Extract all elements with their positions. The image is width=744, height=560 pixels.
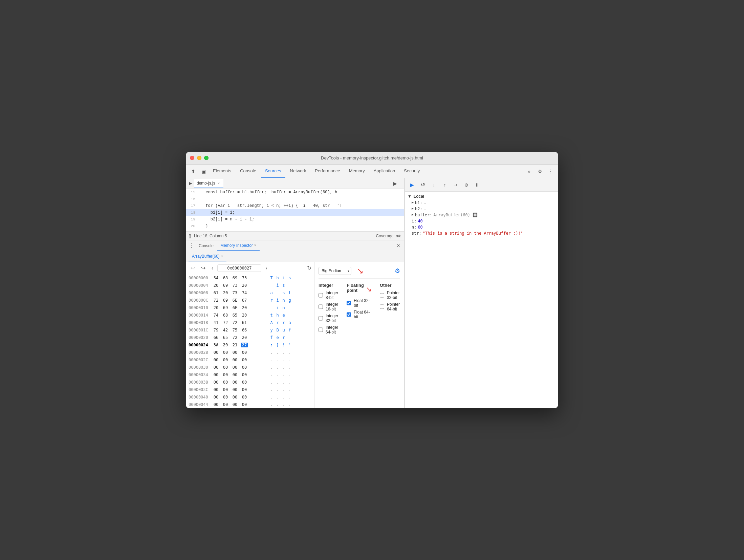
nav-next-button[interactable]: › bbox=[263, 264, 269, 272]
hex-byte[interactable]: 61 bbox=[241, 320, 248, 325]
resume-button[interactable]: ▶ bbox=[408, 180, 417, 190]
refresh-button[interactable]: ↻ bbox=[307, 265, 311, 271]
hex-byte[interactable]: 00 bbox=[241, 350, 248, 355]
hex-byte[interactable]: 00 bbox=[212, 380, 220, 385]
hex-byte[interactable]: 54 bbox=[212, 276, 220, 280]
hex-byte[interactable]: 00 bbox=[222, 380, 229, 385]
hex-byte[interactable]: 20 bbox=[212, 305, 220, 310]
hex-byte[interactable]: 66 bbox=[212, 335, 220, 340]
maximize-button[interactable] bbox=[204, 156, 209, 160]
hex-byte[interactable]: 72 bbox=[212, 298, 220, 303]
hex-byte[interactable]: 00 bbox=[241, 380, 248, 385]
hex-row[interactable]: 0000002800000000.... bbox=[186, 349, 314, 356]
hex-byte[interactable]: 6E bbox=[231, 298, 239, 303]
endian-select[interactable]: Big Endian Little Endian bbox=[319, 267, 351, 275]
hex-byte[interactable]: 72 bbox=[231, 320, 239, 325]
float-type-checkbox[interactable] bbox=[347, 301, 351, 305]
file-tab-demo-js[interactable]: demo-js.js × bbox=[194, 179, 223, 188]
tab-elements[interactable]: Elements bbox=[209, 165, 235, 178]
hex-byte[interactable]: 20 bbox=[241, 335, 248, 340]
hex-byte[interactable]: 73 bbox=[241, 276, 248, 280]
var-b1[interactable]: ▶ b1: … bbox=[405, 200, 558, 206]
hex-row[interactable]: 0000000C72696E67ring bbox=[186, 297, 314, 304]
hex-byte[interactable]: 21 bbox=[231, 343, 239, 347]
tab-performance[interactable]: Performance bbox=[311, 165, 344, 178]
hex-byte[interactable]: 69 bbox=[222, 298, 229, 303]
hex-byte[interactable]: 20 bbox=[241, 283, 248, 288]
hex-byte[interactable]: 00 bbox=[212, 365, 220, 370]
arraybuffer-tab[interactable]: ArrayBuffer(60) × bbox=[189, 252, 226, 261]
hex-byte[interactable]: 00 bbox=[212, 395, 220, 400]
panel-menu-icon[interactable]: ⋮ bbox=[187, 242, 195, 250]
hex-byte[interactable]: 74 bbox=[241, 290, 248, 295]
hex-byte[interactable]: 00 bbox=[212, 372, 220, 377]
hex-byte[interactable]: 75 bbox=[231, 328, 239, 332]
device-icon[interactable]: ▣ bbox=[199, 167, 208, 176]
hex-byte[interactable]: 00 bbox=[231, 365, 239, 370]
hex-byte[interactable]: 68 bbox=[222, 276, 229, 280]
hex-byte[interactable]: 00 bbox=[231, 358, 239, 362]
hex-byte[interactable]: 00 bbox=[231, 372, 239, 377]
hex-byte[interactable]: 72 bbox=[231, 335, 239, 340]
other-type-checkbox[interactable] bbox=[380, 293, 384, 298]
tab-console[interactable]: Console bbox=[236, 165, 260, 178]
nav-redo-button[interactable]: ↪ bbox=[199, 264, 207, 272]
tab-security[interactable]: Security bbox=[400, 165, 424, 178]
hex-byte[interactable]: 69 bbox=[222, 305, 229, 310]
hex-byte[interactable]: 27 bbox=[241, 343, 248, 347]
tab-console-panel[interactable]: Console bbox=[195, 241, 217, 251]
hex-byte[interactable]: 20 bbox=[241, 305, 248, 310]
deactivate-breakpoints-button[interactable]: ⊘ bbox=[462, 180, 471, 190]
hex-byte[interactable]: 00 bbox=[231, 350, 239, 355]
tab-network[interactable]: Network bbox=[286, 165, 310, 178]
hex-byte[interactable]: 74 bbox=[212, 313, 220, 318]
close-button[interactable] bbox=[190, 156, 194, 160]
sources-sidebar-toggle[interactable]: ▶ bbox=[187, 180, 194, 187]
hex-byte[interactable]: 72 bbox=[222, 320, 229, 325]
hex-row[interactable]: 0000002C00000000.... bbox=[186, 356, 314, 364]
hex-byte[interactable]: 00 bbox=[231, 387, 239, 392]
hex-byte[interactable]: 00 bbox=[222, 387, 229, 392]
arraybuffer-tab-close[interactable]: × bbox=[221, 254, 223, 258]
hex-row[interactable]: 0000003C00000000.... bbox=[186, 386, 314, 393]
hex-row[interactable]: 0000003800000000.... bbox=[186, 379, 314, 386]
hex-byte[interactable]: 00 bbox=[222, 395, 229, 400]
hex-byte[interactable]: 68 bbox=[222, 313, 229, 318]
hex-byte[interactable]: 00 bbox=[231, 380, 239, 385]
tab-application[interactable]: Application bbox=[370, 165, 399, 178]
hex-row[interactable]: 0000000054686973This bbox=[186, 274, 314, 282]
hex-byte[interactable]: 73 bbox=[231, 290, 239, 295]
hex-byte[interactable]: 69 bbox=[231, 276, 239, 280]
hex-byte[interactable]: 00 bbox=[212, 387, 220, 392]
hex-byte[interactable]: 42 bbox=[222, 328, 229, 332]
tab-memory-inspector-panel[interactable]: Memory Inspector × bbox=[217, 241, 260, 251]
hex-byte[interactable]: 20 bbox=[222, 290, 229, 295]
panel-close-button[interactable]: × bbox=[397, 243, 403, 249]
hex-byte[interactable]: 65 bbox=[231, 313, 239, 318]
hex-row[interactable]: 0000001841727261Arra bbox=[186, 319, 314, 326]
code-editor[interactable]: 15 const buffer = b1.buffer; buffer = Ar… bbox=[186, 189, 404, 231]
hex-byte[interactable]: 73 bbox=[231, 283, 239, 288]
hex-byte[interactable]: 6E bbox=[231, 305, 239, 310]
hex-row[interactable]: 0000003000000000.... bbox=[186, 364, 314, 371]
hex-byte[interactable]: 67 bbox=[241, 298, 248, 303]
more-options-icon[interactable]: ⋮ bbox=[546, 167, 555, 176]
nav-prev-button[interactable]: ‹ bbox=[210, 264, 215, 272]
step-out-button[interactable]: ↑ bbox=[440, 180, 450, 190]
more-tabs-button[interactable]: » bbox=[524, 167, 534, 176]
integer-type-checkbox[interactable] bbox=[319, 327, 323, 332]
hex-byte[interactable]: 00 bbox=[222, 365, 229, 370]
tab-sources[interactable]: Sources bbox=[261, 165, 285, 178]
other-type-checkbox[interactable] bbox=[380, 304, 384, 309]
integer-type-checkbox[interactable] bbox=[319, 304, 323, 309]
step-button[interactable]: ⇢ bbox=[451, 180, 460, 190]
integer-type-checkbox[interactable] bbox=[319, 293, 323, 298]
hex-byte[interactable]: 00 bbox=[231, 395, 239, 400]
cursor-icon[interactable]: ⬆ bbox=[189, 167, 198, 176]
hex-row[interactable]: 0000001474686520the bbox=[186, 311, 314, 319]
pause-on-exceptions-button[interactable]: ⏸ bbox=[473, 180, 482, 190]
hex-byte[interactable]: 20 bbox=[241, 313, 248, 318]
memory-inspector-tab-close[interactable]: × bbox=[254, 243, 256, 247]
hex-byte[interactable]: 00 bbox=[241, 365, 248, 370]
hex-byte[interactable]: 00 bbox=[212, 358, 220, 362]
